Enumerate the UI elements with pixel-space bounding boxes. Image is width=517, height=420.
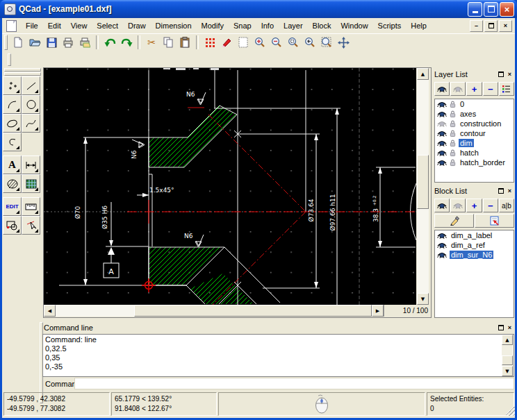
cmd-scroll-thumb[interactable] — [502, 355, 513, 365]
title-bar[interactable]: QCad - [example01.dxf] × — [0, 0, 517, 18]
layer-list-float-button[interactable] — [496, 70, 505, 78]
command-panel-close-button[interactable]: × — [505, 324, 514, 332]
menu-edit[interactable]: Edit — [43, 19, 66, 32]
hide-all-layers-button[interactable] — [450, 82, 466, 96]
menu-modify[interactable]: Modify — [197, 19, 229, 32]
save-file-button[interactable] — [43, 35, 60, 50]
tool-points[interactable] — [3, 76, 22, 95]
copy-button[interactable] — [160, 35, 177, 50]
cmd-scroll-up-button[interactable]: ▲ — [502, 335, 513, 345]
command-history[interactable]: Command: line 0,32.5 0,35 0,-35 — [42, 334, 514, 377]
redraw-button[interactable]: ? — [235, 35, 252, 50]
rename-block-button[interactable]: a|b — [499, 199, 514, 212]
zoom-previous-button[interactable] — [302, 35, 318, 50]
block-list-float-button[interactable] — [496, 187, 505, 195]
tool-measure[interactable] — [22, 197, 40, 216]
hscroll-track[interactable] — [56, 305, 134, 317]
layer-row-selected[interactable]: dim — [435, 138, 514, 148]
menu-block[interactable]: Block — [308, 19, 336, 32]
qcad-app-icon[interactable] — [4, 3, 16, 15]
toolbar-drag-handle[interactable] — [4, 35, 8, 50]
hscroll-right-button[interactable]: ▶ — [372, 305, 384, 317]
edit-block-button[interactable] — [434, 214, 474, 228]
document-icon[interactable] — [6, 20, 17, 32]
tool-hatch[interactable] — [3, 174, 22, 193]
cad-canvas[interactable]: 1.5x45° Ø70 Ø35 H6 Ø73.64 Ø97.66 h11 38.… — [44, 68, 416, 305]
mdi-restore-button[interactable] — [484, 20, 498, 32]
paste-button[interactable] — [177, 35, 193, 50]
layer-row[interactable]: hatch_border — [435, 158, 514, 167]
hide-all-blocks-button[interactable] — [450, 199, 466, 212]
zoom-in-button[interactable] — [252, 35, 268, 50]
command-panel-float-button[interactable] — [496, 324, 505, 332]
vscroll-thumb[interactable] — [417, 155, 429, 209]
vscroll-up-button[interactable]: ▲ — [417, 68, 429, 80]
block-row[interactable]: dim_a_label — [435, 230, 514, 240]
menu-scripts[interactable]: Scripts — [373, 19, 407, 32]
tool-dimension[interactable] — [22, 156, 40, 174]
block-list-close-button[interactable]: × — [505, 187, 514, 195]
tool-select[interactable] — [22, 216, 40, 235]
layer-list-titlebar[interactable]: Layer List × — [434, 69, 514, 80]
add-layer-button[interactable]: + — [466, 82, 482, 96]
tool-arc[interactable] — [3, 95, 22, 114]
menu-select[interactable]: Select — [92, 19, 123, 32]
zoom-out-button[interactable] — [268, 35, 285, 50]
redo-button[interactable] — [118, 35, 135, 50]
block-list-titlebar[interactable]: Block List × — [434, 185, 514, 196]
layer-row[interactable]: contour — [435, 128, 514, 138]
print-preview-button[interactable] — [76, 35, 93, 50]
pan-button[interactable] — [335, 35, 352, 50]
menu-file[interactable]: File — [21, 19, 43, 32]
menu-help[interactable]: Help — [406, 19, 432, 32]
tool-ellipse[interactable] — [3, 114, 22, 133]
layer-row[interactable]: hatch — [435, 148, 514, 158]
open-file-button[interactable] — [26, 35, 43, 50]
toolbox-drag-handle[interactable] — [4, 68, 41, 72]
tool-line[interactable] — [22, 76, 40, 95]
resize-grip[interactable] — [506, 407, 515, 416]
menu-layer[interactable]: Layer — [279, 19, 308, 32]
toolbox-drag-handle[interactable] — [4, 72, 41, 76]
menu-view[interactable]: View — [66, 19, 92, 32]
layer-row[interactable]: construction — [435, 119, 514, 128]
hscroll-thumb[interactable] — [134, 305, 372, 317]
remove-layer-button[interactable]: − — [483, 82, 498, 96]
block-row[interactable]: dim_a_ref — [435, 240, 514, 250]
block-row-selected[interactable]: dim_sur_N6 — [435, 250, 514, 260]
command-history-scrollbar[interactable]: ▲ ▼ — [502, 335, 513, 376]
draft-mode-button[interactable] — [218, 35, 235, 50]
show-all-blocks-button[interactable] — [434, 199, 450, 212]
zoom-window-button[interactable] — [318, 35, 335, 50]
tool-text[interactable]: A — [3, 156, 22, 174]
add-block-button[interactable]: + — [466, 199, 482, 212]
tool-polyline[interactable] — [3, 133, 22, 151]
maximize-button[interactable] — [484, 2, 498, 17]
layer-attributes-button[interactable] — [499, 82, 514, 96]
menu-info[interactable]: Info — [256, 19, 279, 32]
layer-row[interactable]: 0 — [435, 99, 514, 109]
layer-list-close-button[interactable]: × — [505, 70, 514, 78]
layer-row[interactable]: axes — [435, 109, 514, 119]
command-panel-titlebar[interactable]: Command line × — [44, 322, 514, 333]
new-file-button[interactable] — [10, 35, 26, 50]
tool-edit[interactable]: EDIT — [3, 197, 22, 216]
undo-button[interactable] — [101, 35, 118, 50]
cmd-scroll-down-button[interactable]: ▼ — [502, 366, 513, 376]
cut-button[interactable]: ✂ — [143, 35, 160, 50]
menu-window[interactable]: Window — [336, 19, 372, 32]
menu-dimension[interactable]: Dimension — [151, 19, 197, 32]
print-button[interactable] — [60, 35, 76, 50]
show-all-layers-button[interactable] — [434, 82, 450, 96]
menu-draw[interactable]: Draw — [123, 19, 151, 32]
remove-block-button[interactable]: − — [483, 199, 498, 212]
command-input[interactable] — [74, 378, 514, 389]
grid-toggle-button[interactable] — [202, 35, 218, 50]
zoom-auto-button[interactable] — [285, 35, 302, 50]
mdi-minimize-button[interactable]: – — [470, 20, 483, 32]
insert-block-button[interactable] — [475, 214, 514, 228]
tool-circle[interactable] — [22, 95, 40, 114]
tool-block[interactable] — [3, 216, 22, 235]
hscroll-left-button[interactable]: ◀ — [44, 305, 56, 317]
menu-snap[interactable]: Snap — [229, 19, 256, 32]
